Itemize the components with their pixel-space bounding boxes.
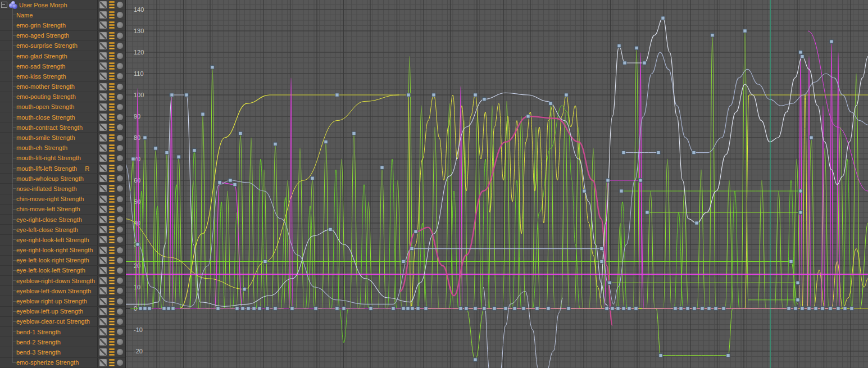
keyframe-point[interactable]: [843, 307, 847, 310]
keyframe-point[interactable]: [493, 307, 496, 310]
track-row[interactable]: eye-right-look-left Strength: [0, 235, 125, 245]
keyframe-point[interactable]: [605, 307, 608, 310]
circle-toggle-icon[interactable]: [117, 63, 123, 69]
circle-toggle-icon[interactable]: [117, 329, 123, 335]
track-row[interactable]: eyeblow-clear-cut Strength: [0, 317, 125, 327]
keyframe-point[interactable]: [726, 353, 730, 357]
circle-toggle-icon[interactable]: [117, 216, 123, 222]
keyframe-point[interactable]: [635, 46, 638, 49]
keyframe-point[interactable]: [274, 142, 277, 146]
keyframe-point[interactable]: [193, 149, 196, 152]
display-toggle-icon[interactable]: [99, 93, 107, 101]
track-row[interactable]: eyeblow-left-up Strength: [0, 307, 125, 317]
keyframe-point[interactable]: [263, 260, 267, 263]
display-toggle-icon[interactable]: [99, 318, 107, 325]
circle-toggle-icon[interactable]: [117, 114, 123, 120]
display-toggle-icon[interactable]: [99, 277, 107, 284]
circle-toggle-icon[interactable]: [117, 226, 123, 233]
track-row[interactable]: emo-aged Strength: [0, 31, 125, 41]
keyframe-bars-icon[interactable]: [109, 1, 115, 8]
display-toggle-icon[interactable]: [99, 247, 107, 254]
keyframe-point[interactable]: [722, 307, 725, 310]
keyframe-point[interactable]: [743, 29, 747, 33]
keyframe-point[interactable]: [799, 51, 802, 54]
track-row[interactable]: Name: [0, 10, 125, 20]
keyframe-point[interactable]: [659, 353, 662, 357]
keyframe-bars-icon[interactable]: [109, 185, 115, 192]
keyframe-bars-icon[interactable]: [109, 348, 115, 356]
keyframe-point[interactable]: [185, 93, 188, 97]
keyframe-point[interactable]: [623, 61, 626, 65]
keyframe-point[interactable]: [201, 112, 204, 116]
track-row[interactable]: emo-pouting Strength: [0, 92, 125, 102]
keyframe-point[interactable]: [850, 307, 853, 310]
circle-toggle-icon[interactable]: [117, 73, 123, 79]
keyframe-point[interactable]: [829, 307, 832, 310]
keyframe-bars-icon[interactable]: [109, 236, 115, 243]
keyframe-point[interactable]: [416, 307, 420, 310]
keyframe-point[interactable]: [424, 307, 428, 310]
track-row[interactable]: eye-left-close Strength: [0, 225, 125, 235]
track-row[interactable]: mouth-lift-right Strength: [0, 153, 125, 163]
circle-toggle-icon[interactable]: [117, 53, 123, 59]
display-toggle-icon[interactable]: [99, 267, 107, 274]
keyframe-point[interactable]: [414, 230, 417, 233]
track-row[interactable]: mouth-eh Strength: [0, 143, 125, 153]
circle-toggle-icon[interactable]: [117, 124, 123, 130]
keyframe-point[interactable]: [646, 211, 649, 214]
keyframe-point[interactable]: [241, 307, 244, 310]
display-toggle-icon[interactable]: [99, 175, 107, 182]
keyframe-bars-icon[interactable]: [109, 277, 115, 284]
circle-toggle-icon[interactable]: [117, 104, 123, 110]
keyframe-point[interactable]: [522, 307, 525, 310]
keyframe-bars-icon[interactable]: [109, 175, 115, 182]
keyframe-point[interactable]: [459, 307, 462, 310]
keyframe-point[interactable]: [600, 247, 603, 250]
keyframe-bars-icon[interactable]: [109, 155, 115, 162]
keyframe-point[interactable]: [711, 33, 714, 37]
track-row[interactable]: eye-right-close Strength: [0, 215, 125, 225]
keyframe-point[interactable]: [342, 307, 346, 310]
keyframe-bars-icon[interactable]: [109, 144, 115, 152]
circle-toggle-icon[interactable]: [117, 155, 123, 161]
keyframe-point[interactable]: [392, 307, 395, 310]
keyframe-point[interactable]: [402, 307, 405, 310]
keyframe-point[interactable]: [411, 307, 414, 310]
track-row[interactable]: eye-left-look-right Strength: [0, 256, 125, 266]
display-toggle-icon[interactable]: [99, 124, 107, 131]
keyframe-point[interactable]: [643, 61, 646, 65]
track-row[interactable]: eyeblow-right-up Strength: [0, 296, 125, 306]
keyframe-point[interactable]: [799, 211, 802, 214]
track-row[interactable]: mouth-open Strength: [0, 102, 125, 112]
keyframe-point[interactable]: [165, 151, 169, 154]
circle-toggle-icon[interactable]: [117, 267, 123, 274]
keyframe-point[interactable]: [483, 97, 486, 101]
keyframe-point[interactable]: [243, 288, 246, 291]
keyframe-point[interactable]: [167, 307, 170, 310]
display-toggle-icon[interactable]: [99, 134, 107, 142]
keyframe-point[interactable]: [324, 140, 328, 143]
circle-toggle-icon[interactable]: [117, 135, 123, 141]
keyframe-bars-icon[interactable]: [109, 267, 115, 274]
display-toggle-icon[interactable]: [99, 185, 107, 192]
collapse-minus-icon[interactable]: [1, 2, 7, 8]
display-toggle-icon[interactable]: [99, 32, 107, 39]
track-row[interactable]: mouth-contract Strength: [0, 122, 125, 133]
keyframe-point[interactable]: [617, 44, 621, 47]
keyframe-point[interactable]: [707, 307, 711, 310]
track-row[interactable]: chin-move-left Strength: [0, 205, 125, 215]
track-row[interactable]: emo-sad Strength: [0, 61, 125, 71]
keyframe-bars-icon[interactable]: [109, 11, 115, 19]
display-toggle-icon[interactable]: [99, 226, 107, 233]
track-row[interactable]: emo-grin Strength: [0, 20, 125, 30]
keyframe-point[interactable]: [170, 93, 174, 97]
keyframe-point[interactable]: [432, 93, 435, 97]
keyframe-point[interactable]: [634, 307, 638, 310]
keyframe-point[interactable]: [692, 151, 696, 154]
keyframe-bars-icon[interactable]: [109, 298, 115, 305]
keyframe-point[interactable]: [474, 307, 477, 310]
keyframe-point[interactable]: [162, 307, 166, 310]
keyframe-bars-icon[interactable]: [109, 287, 115, 294]
circle-toggle-icon[interactable]: [117, 288, 123, 294]
display-toggle-icon[interactable]: [99, 328, 107, 335]
